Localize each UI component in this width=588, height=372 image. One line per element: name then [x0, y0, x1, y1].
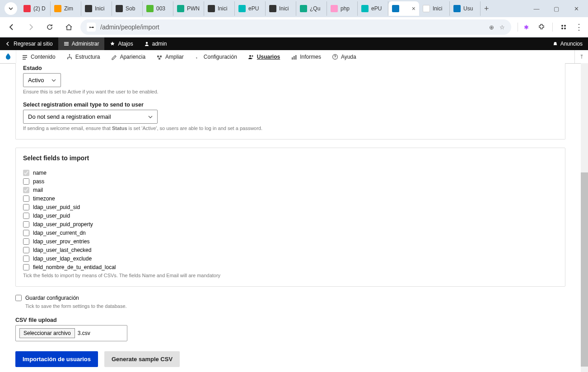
- tab-label: ¿Qu: [310, 5, 323, 12]
- browser-tab[interactable]: Inici: [81, 1, 112, 16]
- back-button[interactable]: [5, 20, 19, 34]
- announcements-label: Anuncios: [560, 41, 583, 47]
- toolbar-item-label: Contenido: [31, 54, 56, 60]
- toolbar-icon: [111, 54, 117, 60]
- favicon-icon: [300, 5, 307, 12]
- admin-top-bar: Regresar al sitio Administrar Atajos adm…: [0, 37, 588, 50]
- user-icon: [144, 41, 149, 46]
- scrollbar-track[interactable]: [581, 63, 588, 64]
- browser-tab[interactable]: Inici: [419, 1, 450, 16]
- user-label: admin: [152, 41, 167, 47]
- browser-tab[interactable]: ePU: [235, 1, 266, 16]
- toolbar-item-ampliar[interactable]: Ampliar: [151, 50, 189, 63]
- toolbar-item-estructura[interactable]: Estructura: [61, 50, 106, 63]
- svg-rect-14: [294, 56, 295, 60]
- toolbar-item-usuarios[interactable]: Usuarios: [243, 50, 285, 63]
- browser-chrome: (2) DZimIniciSob003PWNIniciePUInici¿Quph…: [0, 0, 588, 37]
- favicon-icon: [177, 5, 184, 12]
- browser-tab[interactable]: Inici: [266, 1, 296, 16]
- toolbar-icon: [291, 54, 297, 60]
- reload-button[interactable]: [42, 20, 57, 34]
- favicon-icon: [85, 5, 92, 12]
- profile-icon[interactable]: [559, 23, 568, 32]
- favicon-icon: [146, 5, 154, 12]
- minimize-button[interactable]: —: [527, 1, 546, 16]
- home-button[interactable]: [61, 20, 76, 34]
- svg-point-1: [564, 25, 566, 27]
- toolbar-item-ayuda[interactable]: Ayuda: [327, 50, 362, 63]
- favicon-icon: [238, 5, 246, 12]
- url-text: /admin/people/import: [100, 23, 159, 31]
- toolbar-item-label: Estructura: [75, 54, 100, 60]
- toolbar-icon: [195, 54, 201, 60]
- window-controls: — ▢ ✕: [527, 1, 586, 16]
- page-content: Estado Activo Ensure this is set to Acti…: [0, 63, 581, 64]
- svg-point-2: [561, 28, 563, 29]
- site-settings-icon[interactable]: ⊶: [87, 23, 96, 32]
- tab-label: 003: [156, 5, 169, 12]
- toolbar-item-informes[interactable]: Informes: [285, 50, 327, 63]
- tab-search-button[interactable]: [5, 2, 17, 15]
- announcements-link[interactable]: Anuncios: [547, 37, 588, 50]
- browser-tab[interactable]: Sob: [112, 1, 143, 16]
- close-window-button[interactable]: ✕: [566, 1, 586, 16]
- drupal-icon: [4, 53, 12, 61]
- toolbar-item-apariencia[interactable]: Apariencia: [105, 50, 151, 63]
- hamburger-icon: [64, 41, 69, 46]
- close-tab-icon[interactable]: ×: [412, 5, 415, 12]
- back-arrow-icon: [5, 41, 11, 46]
- toolbar-orientation-toggle[interactable]: ⤒: [574, 50, 588, 63]
- browser-tab[interactable]: Usu: [450, 1, 481, 16]
- toolbar-item-contenido[interactable]: Contenido: [16, 50, 61, 63]
- shortcuts-label: Atajos: [118, 41, 133, 47]
- toolbar-icon: [248, 54, 254, 60]
- extension-icon-1[interactable]: ✱: [522, 23, 531, 32]
- toolbar-item-label: Apariencia: [120, 54, 145, 60]
- manage-toggle[interactable]: Administrar: [58, 37, 105, 50]
- tab-label: Inici: [95, 5, 108, 12]
- maximize-button[interactable]: ▢: [546, 1, 566, 16]
- browser-tab[interactable]: Inici: [204, 1, 235, 16]
- svg-rect-10: [159, 58, 160, 60]
- settings-panel-top: Estado Activo Ensure this is set to Acti…: [15, 63, 565, 64]
- browser-tab[interactable]: ¿Qu: [296, 1, 327, 16]
- drupal-home-link[interactable]: [0, 50, 16, 63]
- favicon-icon: [208, 5, 215, 12]
- svg-rect-9: [160, 56, 162, 57]
- tab-label: php: [341, 5, 354, 12]
- browser-tab[interactable]: php: [327, 1, 358, 16]
- toolbar-icon: [156, 54, 163, 60]
- shortcuts-link[interactable]: Atajos: [104, 37, 138, 50]
- browser-tab[interactable]: (2) D: [20, 1, 51, 16]
- browser-tab[interactable]: PWN: [173, 1, 204, 16]
- tab-label: ePU: [248, 5, 261, 12]
- browser-tab[interactable]: Zim: [51, 1, 81, 16]
- tab-label: Usu: [463, 5, 476, 12]
- browser-tab[interactable]: 003: [143, 1, 173, 16]
- toolbar-icon: [66, 54, 73, 60]
- favicon-icon: [361, 5, 369, 12]
- tab-label: Zim: [64, 5, 77, 12]
- user-menu[interactable]: admin: [139, 37, 173, 50]
- browser-menu-button[interactable]: ⋮: [574, 23, 583, 32]
- favicon-icon: [269, 5, 276, 12]
- admin-toolbar: ContenidoEstructuraAparienciaAmpliarConf…: [0, 50, 588, 64]
- toolbar-item-configuración[interactable]: Configuración: [189, 50, 243, 63]
- url-bar[interactable]: ⊶ /admin/people/import ⊕ ☆: [80, 19, 511, 35]
- browser-tab[interactable]: ×: [388, 1, 419, 16]
- star-icon: [110, 41, 115, 46]
- extensions-button[interactable]: [537, 23, 546, 32]
- tab-label: Inici: [279, 5, 292, 12]
- new-tab-button[interactable]: +: [481, 4, 493, 14]
- tab-label: Sob: [126, 5, 139, 12]
- toolbar-item-label: Configuración: [204, 54, 237, 60]
- forward-button[interactable]: [23, 20, 38, 34]
- toolbar-item-label: Ayuda: [341, 54, 356, 60]
- toolbar-item-label: Usuarios: [257, 54, 280, 60]
- browser-tab[interactable]: ePU: [358, 1, 388, 16]
- svg-rect-8: [157, 56, 159, 57]
- bookmark-icon[interactable]: ☆: [499, 24, 505, 31]
- back-to-site-link[interactable]: Regresar al sitio: [0, 37, 58, 50]
- zoom-icon[interactable]: ⊕: [489, 24, 494, 31]
- extensions-area: ✱ ⋮: [518, 23, 583, 32]
